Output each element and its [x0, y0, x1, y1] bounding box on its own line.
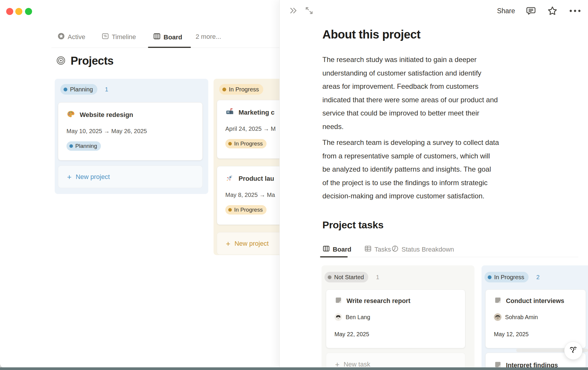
minimize-window-button[interactable] [15, 8, 22, 15]
status-dot [69, 144, 73, 148]
status-label: Planning [75, 143, 97, 149]
tab-label: Timeline [112, 33, 136, 41]
mailbox-icon [225, 107, 234, 118]
rocket-icon [225, 173, 234, 184]
more-tabs-button[interactable]: 2 more... [196, 33, 221, 41]
card-status-pill: In Progress [225, 205, 266, 215]
doc-paragraph-2: The research team is developing a survey… [322, 136, 561, 203]
share-button[interactable]: Share [497, 7, 515, 15]
column-header: In Progress [219, 84, 263, 95]
status-pill-planning[interactable]: Planning [60, 84, 97, 95]
new-project-button[interactable]: + New project [58, 165, 203, 188]
column-count: 1 [105, 86, 108, 93]
tabs-divider [320, 257, 578, 257]
bullseye-icon [56, 56, 66, 67]
active-tab-underline [148, 47, 191, 48]
button-label: New project [234, 240, 269, 247]
tab-label: Status Breakdown [402, 246, 454, 253]
star-circle-icon [57, 32, 65, 42]
screen-bottom-edge [0, 367, 588, 370]
card-date-range: May 10, 2025 → May 26, 2025 [66, 128, 147, 135]
palette-icon [66, 110, 75, 120]
card-date-range: May 8, 2025 → Ma [225, 192, 275, 198]
zoom-window-button[interactable] [25, 8, 32, 15]
card-title: Marketing c [239, 109, 274, 116]
card-date-range: April 24, 2025 → M [225, 125, 276, 132]
tab-status-breakdown[interactable]: Status Breakdown [391, 245, 454, 254]
peek-toolbar-right: Share [497, 5, 582, 16]
tab-board-view[interactable]: Board [153, 32, 182, 42]
doc-heading-tasks: Project tasks [322, 219, 384, 231]
timeline-doc-icon [101, 32, 109, 42]
page-title-row: Projects [56, 55, 114, 67]
board-columns-icon [322, 245, 330, 254]
board-columns-icon [153, 32, 161, 42]
tab-task-tasks[interactable]: Tasks [364, 245, 391, 254]
window-rounded-corner [0, 361, 50, 368]
tab-label: Tasks [374, 246, 391, 253]
card-title: Website redesign [80, 111, 133, 119]
tab-label: Board [164, 34, 182, 41]
plus-icon: + [67, 173, 71, 181]
star-icon[interactable] [547, 5, 558, 16]
status-label: In Progress [234, 140, 263, 147]
close-window-button[interactable] [6, 8, 13, 15]
side-peek-panel: Share About this project The research st… [279, 0, 588, 368]
active-tab-underline [320, 256, 348, 257]
status-dot [222, 88, 226, 91]
column-header: Planning 1 [60, 84, 108, 95]
status-label: In Progress [234, 207, 263, 213]
tab-active-view[interactable]: Active [57, 32, 85, 42]
status-dot [228, 208, 232, 212]
doc-paragraph-1: The research study was initiated to gain… [322, 53, 561, 133]
status-label: In Progress [229, 86, 259, 93]
card-status-pill: In Progress [225, 139, 266, 148]
status-pill-in-progress[interactable]: In Progress [219, 84, 263, 95]
ellipsis-icon[interactable] [569, 6, 582, 16]
page-title: Projects [71, 55, 114, 67]
tab-label: Active [68, 33, 85, 41]
view-tabs: Active Timeline Board 2 more... [51, 28, 279, 48]
status-label: Planning [70, 86, 93, 93]
board-column-planning: Planning 1 Website redesign May 10, 2025… [55, 79, 208, 194]
status-dot [228, 142, 232, 145]
status-dot [64, 88, 67, 91]
card-status-pill: Planning [66, 141, 101, 151]
card-title: Product lau [239, 175, 274, 183]
notion-app-window: Active Timeline Board 2 more... P [0, 0, 588, 370]
tab-label: Board [333, 246, 352, 253]
double-chevron-right-icon[interactable] [289, 6, 298, 15]
task-view-tabs: Board Tasks Status Breakdown [320, 245, 579, 258]
button-label: New project [76, 173, 110, 181]
peek-toolbar-left [289, 6, 314, 15]
plus-icon: + [226, 240, 230, 247]
doc-heading-about: About this project [322, 28, 420, 41]
comment-icon[interactable] [526, 6, 536, 16]
tab-task-board[interactable]: Board [322, 245, 352, 254]
pie-chart-icon [391, 245, 399, 254]
table-icon [364, 245, 372, 254]
project-card-website-redesign[interactable]: Website redesign May 10, 2025 → May 26, … [58, 102, 203, 160]
tab-timeline-view[interactable]: Timeline [101, 32, 136, 42]
expand-icon[interactable] [304, 6, 314, 15]
